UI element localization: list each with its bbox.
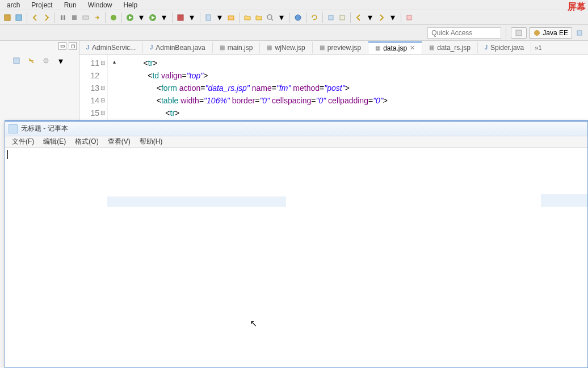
tab-label: data.jsp [383, 44, 407, 52]
toolbar-icon[interactable] [14, 12, 24, 23]
forward-icon[interactable] [41, 12, 52, 23]
run-last-icon[interactable] [148, 12, 158, 23]
close-icon[interactable]: ✕ [410, 44, 415, 52]
tab-label: main.jsp [228, 44, 253, 52]
java-file-icon: J [485, 44, 488, 51]
jsp-file-icon: ▦ [375, 45, 380, 51]
sidebar-icon[interactable] [11, 56, 22, 66]
back-history-icon[interactable] [354, 12, 364, 23]
menu-run[interactable]: Run [58, 1, 82, 9]
tab-preview-jsp[interactable]: ▦preview.jsp [313, 42, 368, 53]
svg-rect-9 [178, 15, 183, 20]
svg-rect-15 [329, 15, 333, 20]
tab-label: data_rs.jsp [437, 44, 471, 52]
toolbar-icon[interactable] [326, 12, 336, 23]
quick-access-input[interactable] [427, 27, 501, 39]
new-server-icon[interactable] [203, 12, 213, 23]
chevron-down-icon[interactable]: ▾ [365, 12, 375, 23]
notepad-textarea[interactable] [5, 148, 587, 367]
toolbar-icon[interactable] [81, 12, 91, 23]
tab-adminbean[interactable]: JAdminBean.java [143, 42, 212, 53]
jsp-file-icon: ▦ [220, 44, 225, 51]
perspective-label: Java EE [543, 29, 568, 37]
tab-adminservice[interactable]: JAdminServic... [79, 42, 143, 53]
svg-rect-20 [577, 31, 582, 35]
search-icon[interactable] [265, 12, 275, 23]
chevron-down-icon[interactable]: ▾ [215, 12, 225, 23]
notepad-title: 无标题 - 记事本 [21, 124, 68, 133]
open-file-icon[interactable] [254, 12, 264, 23]
link-editor-icon[interactable] [26, 56, 36, 66]
javaee-icon [533, 29, 541, 37]
svg-rect-17 [407, 15, 411, 20]
quick-access-row: Java EE [0, 25, 588, 41]
svg-rect-1 [16, 15, 22, 20]
fold-icon[interactable]: ⊟ [100, 107, 105, 119]
fold-icon[interactable]: ⊟ [100, 57, 105, 69]
sidebar-icon[interactable] [41, 56, 51, 66]
toolbar-icon[interactable] [226, 12, 236, 23]
tab-datars-jsp[interactable]: ▦data_rs.jsp [422, 42, 478, 53]
tab-overflow[interactable]: »1 [531, 44, 545, 51]
java-file-icon: J [150, 44, 153, 51]
toolbar-icon[interactable] [92, 12, 102, 23]
tab-label: preview.jsp [327, 44, 361, 52]
refresh-icon[interactable] [309, 12, 320, 23]
svg-rect-18 [516, 30, 522, 36]
run-icon[interactable] [125, 12, 135, 23]
chevron-down-icon[interactable]: ▾ [56, 56, 66, 66]
ghost-area [107, 196, 286, 207]
svg-rect-2 [61, 15, 62, 20]
fold-icon[interactable]: ⊟ [100, 82, 105, 94]
menu-project[interactable]: Project [26, 1, 58, 9]
open-perspective-button[interactable] [511, 27, 527, 39]
notepad-menu-help[interactable]: 帮助(H) [135, 137, 167, 147]
perspective-javaee[interactable]: Java EE [529, 27, 572, 39]
stop-icon[interactable] [69, 12, 79, 23]
notepad-menu-view[interactable]: 查看(V) [103, 137, 135, 147]
notepad-menu-edit[interactable]: 编辑(E) [39, 137, 70, 147]
editor-tab-bar: JAdminServic... JAdminBean.java ▦main.js… [79, 41, 588, 55]
ext-tools-icon[interactable] [175, 12, 186, 23]
perspective-more-icon[interactable] [574, 28, 585, 38]
tab-data-jsp[interactable]: ▦data.jsp✕ [368, 41, 422, 54]
chevron-down-icon[interactable]: ▾ [159, 12, 169, 23]
svg-rect-4 [72, 15, 77, 20]
restore-view-icon[interactable]: ◻ [69, 42, 77, 50]
menu-search[interactable]: arch [1, 1, 26, 9]
chevron-down-icon[interactable]: ▾ [187, 12, 197, 23]
svg-rect-3 [64, 15, 65, 20]
jsp-file-icon: ▦ [320, 44, 325, 51]
menu-window[interactable]: Window [82, 1, 118, 9]
toolbar-icon[interactable] [2, 12, 12, 23]
tab-spider-java[interactable]: JSpider.java [478, 42, 531, 53]
toolbar-icon[interactable] [404, 12, 414, 23]
browser-icon[interactable] [293, 12, 303, 23]
open-folder-icon[interactable] [242, 12, 253, 23]
menu-help[interactable]: Help [117, 1, 143, 9]
tab-label: wjNew.jsp [275, 44, 305, 52]
tab-wjnew-jsp[interactable]: ▦wjNew.jsp [260, 42, 312, 53]
minimize-view-icon[interactable]: ▭ [58, 42, 66, 50]
java-file-icon: J [86, 44, 89, 51]
tab-label: AdminBean.java [156, 44, 205, 52]
chevron-down-icon[interactable]: ▾ [388, 12, 398, 23]
scroll-up-icon[interactable]: ▴ [113, 56, 116, 68]
notepad-window[interactable]: 无标题 - 记事本 文件(F) 编辑(E) 格式(O) 查看(V) 帮助(H) [5, 120, 588, 368]
notepad-menu-file[interactable]: 文件(F) [7, 137, 39, 147]
forward-history-icon[interactable] [376, 12, 387, 23]
notepad-menu-format[interactable]: 格式(O) [70, 137, 103, 147]
chevron-down-icon[interactable]: ▾ [276, 12, 287, 23]
line-number: 15 [90, 107, 99, 119]
notepad-titlebar[interactable]: 无标题 - 记事本 [5, 122, 587, 136]
debug-icon[interactable] [108, 12, 119, 23]
back-icon[interactable] [30, 12, 40, 23]
svg-point-6 [111, 15, 116, 20]
fold-icon[interactable]: ⊟ [100, 94, 105, 107]
chevron-down-icon[interactable]: ▾ [136, 12, 146, 23]
text-cursor [7, 150, 8, 159]
jsp-file-icon: ▦ [429, 44, 434, 51]
pause-icon[interactable] [58, 12, 68, 23]
toolbar-icon[interactable] [337, 12, 347, 23]
tab-main-jsp[interactable]: ▦main.jsp [213, 42, 261, 53]
